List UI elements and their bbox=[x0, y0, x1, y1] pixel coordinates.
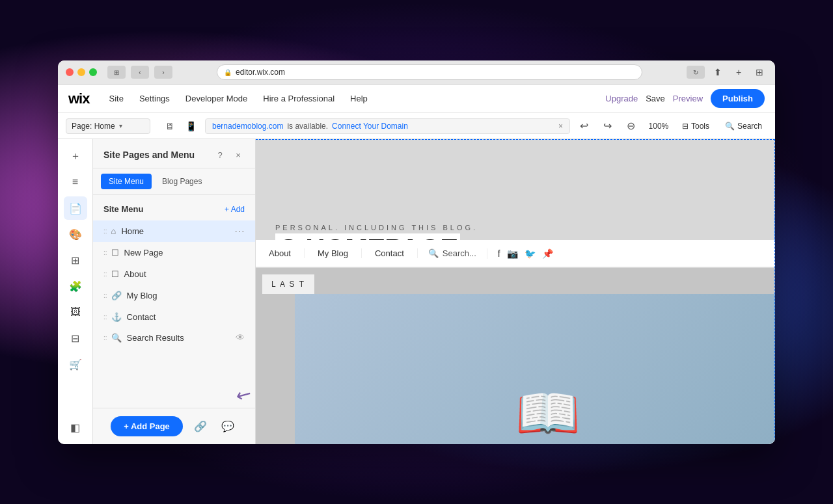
connect-domain-button[interactable]: Connect Your Domain bbox=[332, 122, 408, 131]
drag-handle-icon: :: bbox=[103, 292, 107, 299]
page-item-contact[interactable]: :: ⚓ Contact ⋯ bbox=[93, 306, 255, 328]
drag-handle-icon: :: bbox=[103, 313, 107, 321]
back-btn[interactable]: ‹ bbox=[131, 66, 149, 79]
view-buttons: 🖥 📱 bbox=[161, 117, 200, 135]
sidebar-design-icon[interactable]: 🎨 bbox=[64, 222, 87, 246]
browser-window: ⊞ ‹ › 🔒 editor.wix.com ↻ ⬆ + ⊞ wix Site … bbox=[58, 60, 775, 444]
sidebar-store-icon[interactable]: 🛒 bbox=[64, 352, 87, 376]
facebook-icon[interactable]: f bbox=[498, 248, 500, 259]
sidebar-layers-icon[interactable]: ◧ bbox=[64, 416, 87, 439]
selection-right bbox=[774, 139, 775, 444]
page-item-search-results[interactable]: :: 🔍 Search Results 👁 bbox=[93, 328, 255, 347]
main-area: ＋ ≡ 📄 🎨 ⊞ 🧩 🖼 ⊟ 🛒 ◧ Site Pages and Menu … bbox=[58, 139, 775, 444]
nav-search[interactable]: 🔍 Search... bbox=[418, 248, 487, 258]
tab-blog-pages[interactable]: Blog Pages bbox=[154, 174, 210, 189]
search-icon: 🔍 bbox=[428, 248, 439, 258]
instagram-icon[interactable]: 📷 bbox=[507, 248, 518, 259]
site-navigation: About My Blog Contact 🔍 Search... f 📷 🐦 bbox=[256, 240, 775, 267]
hero-subtext: PERSONAL. INCLUDING THIS BLOG. bbox=[275, 224, 756, 232]
site-below-nav: L A S T 📖 bbox=[256, 268, 775, 444]
sidebar-apps-icon[interactable]: ⊞ bbox=[64, 248, 87, 272]
site-menu-label: Site Menu bbox=[103, 204, 143, 214]
tab-site-menu[interactable]: Site Menu bbox=[101, 174, 152, 189]
undo-btn[interactable]: ↩ bbox=[575, 117, 594, 135]
tabs-btn[interactable]: ⊞ bbox=[752, 64, 767, 80]
add-page-button[interactable]: + Add Page bbox=[111, 416, 183, 436]
sidebar-table-icon[interactable]: ⊟ bbox=[64, 326, 87, 350]
visibility-icon[interactable]: 👁 bbox=[236, 332, 245, 343]
pinterest-icon[interactable]: 📌 bbox=[542, 248, 553, 259]
redo-btn[interactable]: ↪ bbox=[599, 117, 617, 135]
link-settings-icon[interactable]: 🔗 bbox=[191, 417, 210, 436]
wix-toolbar-right: Upgrade Save Preview Publish bbox=[605, 89, 765, 108]
add-page-link[interactable]: + Add bbox=[225, 205, 245, 214]
upgrade-button[interactable]: Upgrade bbox=[605, 94, 638, 103]
forward-btn[interactable]: › bbox=[154, 66, 172, 79]
mobile-view-btn[interactable]: 📱 bbox=[182, 117, 200, 135]
nav-developer-mode[interactable]: Developer Mode bbox=[179, 90, 254, 107]
website-content: PERSONAL. INCLUDING THIS BLOG. G HOMEPAG… bbox=[256, 139, 775, 444]
panel-close-btn[interactable]: × bbox=[232, 148, 245, 161]
sidebar-media-icon[interactable]: 🖼 bbox=[64, 300, 87, 324]
nav-item-blog[interactable]: My Blog bbox=[305, 248, 362, 258]
sidebar-add-icon[interactable]: ＋ bbox=[64, 144, 87, 168]
website-preview: PERSONAL. INCLUDING THIS BLOG. G HOMEPAG… bbox=[256, 139, 775, 444]
preview-button[interactable]: Preview bbox=[673, 94, 703, 103]
domain-bar: bernademoblog.com is available. Connect … bbox=[205, 118, 570, 134]
nav-hire-professional[interactable]: Hire a Professional bbox=[256, 90, 341, 107]
drag-handle-icon: :: bbox=[103, 271, 107, 278]
search-icon: 🔍 bbox=[111, 333, 122, 343]
wix-toolbar: wix Site Settings Developer Mode Hire a … bbox=[58, 85, 775, 113]
tools-button[interactable]: ⊟ Tools bbox=[677, 119, 715, 133]
browser-chrome: ⊞ ‹ › 🔒 editor.wix.com ↻ ⬆ + ⊞ bbox=[58, 60, 775, 85]
zoom-out-icon: ⊖ bbox=[622, 117, 640, 135]
new-tab-btn[interactable]: + bbox=[731, 64, 746, 80]
toolbar2-right: ↩ ↪ ⊖ 100% ⊟ Tools 🔍 Search bbox=[575, 117, 767, 135]
share-btn[interactable]: ⬆ bbox=[710, 64, 726, 80]
search-button[interactable]: 🔍 Search bbox=[720, 119, 767, 133]
minimize-button[interactable] bbox=[77, 68, 85, 76]
page-selector[interactable]: Page: Home ▾ bbox=[66, 118, 150, 134]
latest-post-label: L A S T bbox=[262, 274, 314, 294]
page-item-home[interactable]: :: ⌂ Home ⋯ bbox=[93, 220, 255, 242]
page-more-icon[interactable]: ⋯ bbox=[234, 225, 245, 237]
page-label-home: Home bbox=[121, 226, 234, 236]
domain-status: is available. bbox=[287, 122, 328, 131]
reload-btn[interactable]: ↻ bbox=[687, 66, 705, 79]
publish-button[interactable]: Publish bbox=[711, 89, 765, 108]
page-item-new-page[interactable]: :: ☐ New Page ⋯ bbox=[93, 242, 255, 263]
close-button[interactable] bbox=[66, 68, 74, 76]
browser-action-buttons: ⬆ + ⊞ bbox=[710, 64, 767, 80]
address-bar[interactable]: 🔒 editor.wix.com bbox=[217, 64, 642, 80]
desktop-view-btn[interactable]: 🖥 bbox=[161, 117, 179, 135]
nav-site[interactable]: Site bbox=[102, 90, 130, 107]
browser-title-bar: ⊞ ‹ › 🔒 editor.wix.com ↻ ⬆ + ⊞ bbox=[58, 60, 775, 84]
nav-help[interactable]: Help bbox=[344, 90, 374, 107]
domain-bar-close[interactable]: × bbox=[558, 122, 563, 131]
sidebar-blocks-icon[interactable]: 🧩 bbox=[64, 274, 87, 298]
page-icon: ☐ bbox=[111, 269, 119, 279]
nav-item-about[interactable]: About bbox=[256, 248, 305, 258]
page-item-blog[interactable]: :: 🔗 My Blog ⋯ bbox=[93, 285, 255, 306]
site-image: 📖 bbox=[295, 294, 775, 444]
home-icon: ⌂ bbox=[111, 226, 116, 236]
page-settings-icon[interactable]: 💬 bbox=[218, 417, 238, 436]
tab-layout-btn[interactable]: ⊞ bbox=[107, 66, 126, 79]
sidebar-menu-icon[interactable]: ≡ bbox=[64, 170, 87, 194]
nav-social: f 📷 🐦 📌 bbox=[487, 248, 564, 259]
sidebar-pages-icon[interactable]: 📄 bbox=[64, 196, 87, 220]
panel-content: Site Menu + Add :: ⌂ Home ⋯ :: ☐ New bbox=[93, 195, 255, 408]
nav-settings[interactable]: Settings bbox=[133, 90, 176, 107]
panel-help-btn[interactable]: ? bbox=[213, 148, 226, 161]
page-label-contact: Contact bbox=[127, 312, 234, 322]
save-button[interactable]: Save bbox=[646, 94, 665, 103]
maximize-button[interactable] bbox=[89, 68, 97, 76]
search-icon: 🔍 bbox=[725, 122, 735, 131]
site-menu-header: Site Menu + Add bbox=[93, 200, 255, 218]
panel-title: Site Pages and Menu bbox=[103, 150, 195, 160]
domain-name: bernademoblog.com bbox=[212, 122, 283, 131]
twitter-icon[interactable]: 🐦 bbox=[525, 248, 536, 259]
page-label-search-results: Search Results bbox=[127, 333, 236, 343]
nav-item-contact[interactable]: Contact bbox=[362, 248, 418, 258]
page-item-about[interactable]: :: ☐ About ⋯ bbox=[93, 263, 255, 285]
